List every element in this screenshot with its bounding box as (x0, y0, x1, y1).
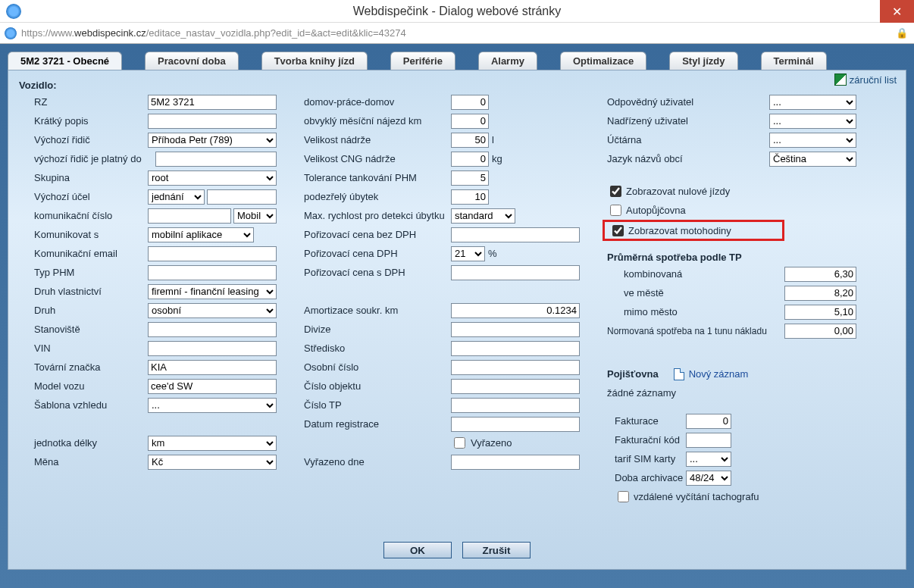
normovana-input[interactable] (784, 324, 856, 339)
vin-input[interactable] (148, 341, 277, 356)
ok-button[interactable]: OK (383, 542, 452, 558)
no-records-text: žádné záznamy (603, 387, 716, 399)
vyrazeno-checkbox[interactable] (454, 437, 465, 449)
dpd-input[interactable] (451, 95, 489, 110)
cena-bez-dph-input[interactable] (451, 227, 580, 242)
new-record-icon (674, 368, 684, 380)
skupina-select[interactable]: root (148, 170, 277, 186)
najezd-input[interactable] (451, 114, 489, 129)
autopujcovna-checkbox[interactable] (610, 205, 621, 216)
close-button[interactable]: ✕ (880, 0, 914, 23)
sablona-select[interactable]: ... (148, 398, 277, 413)
rychlost-select[interactable]: standard (451, 208, 515, 224)
nadrizeny-select[interactable]: ... (769, 114, 856, 129)
stanoviste-input[interactable] (148, 322, 277, 337)
typ-phm-input[interactable] (148, 265, 277, 280)
mena-select[interactable]: Kč (148, 455, 277, 470)
znacka-input[interactable] (148, 360, 277, 375)
window-title: Webdispečink - Dialog webové stránky (353, 5, 562, 18)
fakturace-input[interactable] (686, 414, 731, 429)
ridic-platny-do-input[interactable] (155, 152, 277, 167)
fakt-kod-input[interactable] (686, 433, 731, 448)
heading-vozidlo: Vozidlo: (19, 80, 895, 91)
jednotka-select[interactable]: km (148, 436, 277, 451)
odpovedny-select[interactable]: ... (769, 95, 856, 110)
cancel-button[interactable]: Zrušit (462, 542, 531, 558)
vychozi-ridic-select[interactable]: Příhoda Petr (789) (148, 133, 277, 148)
vlastnictvi-select[interactable]: firemní - finanční leasing (148, 284, 277, 299)
tachograf-checkbox[interactable] (618, 491, 629, 502)
tab-styl[interactable]: Styl jízdy (669, 52, 737, 70)
tarif-select[interactable]: ... (686, 452, 731, 467)
tab-alarmy[interactable]: Alarmy (478, 52, 537, 70)
kombinovana-input[interactable] (784, 267, 856, 282)
tab-obecne[interactable]: 5M2 3721 - Obecné (8, 52, 122, 70)
cena-s-dph-input[interactable] (451, 265, 580, 280)
tab-periferie[interactable]: Periférie (390, 52, 455, 70)
zarucni-list-link[interactable]: záruční list (834, 74, 897, 86)
excel-icon (834, 74, 847, 86)
komcislo-typ-select[interactable]: Mobil (233, 208, 277, 224)
rz-input[interactable] (148, 95, 277, 110)
novy-zaznam-link[interactable]: Nový záznam (674, 368, 749, 380)
tab-optim[interactable]: Optimalizace (560, 52, 646, 70)
ie-small-icon (5, 27, 17, 39)
cng-input[interactable] (451, 152, 489, 167)
ubytek-input[interactable] (451, 189, 489, 205)
nulove-jizdy-checkbox[interactable] (610, 186, 621, 197)
tol-input[interactable] (451, 170, 489, 186)
uctarna-select[interactable]: ... (769, 133, 856, 148)
komcislo-input[interactable] (148, 208, 231, 224)
url-display: https://www.webdispecink.cz/editace_nast… (21, 27, 406, 39)
nadrz-input[interactable] (451, 133, 489, 148)
cislo-tp-input[interactable] (451, 398, 580, 413)
komunikovat-select[interactable]: mobilní aplikace (148, 227, 254, 242)
spotreba-heading: Průměrná spotřeba podle TP (603, 249, 891, 264)
vyrazeno-dne-input[interactable] (451, 455, 580, 470)
jazyk-select[interactable]: Čeština (769, 152, 856, 167)
divize-input[interactable] (451, 322, 580, 337)
ucel-text-input[interactable] (207, 189, 277, 205)
amortizace-input[interactable] (451, 303, 580, 318)
pojistovna-heading: Pojišťovna (603, 368, 663, 380)
druh-select[interactable]: osobní (148, 303, 277, 318)
motohodiny-checkbox[interactable] (612, 225, 624, 236)
tab-terminal[interactable]: Terminál (761, 52, 827, 70)
dph-select[interactable]: 21 (451, 246, 485, 261)
datum-reg-input[interactable] (451, 417, 580, 432)
tab-tvorba[interactable]: Tvorba knihy jízd (261, 52, 368, 70)
kom-email-input[interactable] (148, 246, 277, 261)
mimomesto-input[interactable] (784, 305, 856, 320)
lock-icon: 🔒 (896, 27, 905, 38)
vemeste-input[interactable] (784, 286, 856, 301)
archivace-select[interactable]: 48/24 (686, 471, 731, 486)
motohodiny-highlight: Zobrazovat motohodiny (603, 220, 784, 241)
osobni-cislo-input[interactable] (451, 360, 580, 375)
kratky-popis-input[interactable] (148, 114, 277, 129)
cislo-objektu-input[interactable] (451, 379, 580, 394)
vychozi-ucel-select[interactable]: jednání (148, 189, 205, 205)
stredisko-input[interactable] (451, 341, 580, 356)
ie-icon (6, 4, 21, 19)
model-input[interactable] (148, 379, 277, 394)
tab-pracovni[interactable]: Pracovní doba (145, 52, 239, 70)
tab-bar: 5M2 3721 - Obecné Pracovní doba Tvorba k… (8, 52, 906, 70)
